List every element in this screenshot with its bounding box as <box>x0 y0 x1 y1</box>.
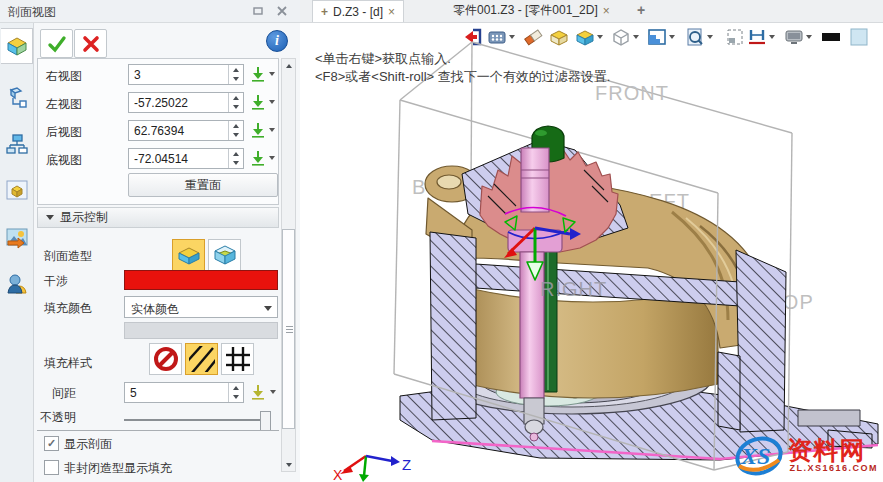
scroll-up-button[interactable] <box>282 59 295 72</box>
fill-color-dropdown[interactable]: 实体颜色 <box>124 296 278 318</box>
section-view-tab-icon[interactable] <box>1 28 33 64</box>
pick-options-caret[interactable] <box>270 390 276 394</box>
scroll-down-button[interactable] <box>282 458 295 471</box>
tab-close-icon[interactable]: × <box>388 5 395 19</box>
scrollbar-grip <box>286 326 293 334</box>
opacity-label: 不透明 <box>40 409 76 426</box>
watermark-site-name: 资料网 <box>787 438 865 463</box>
pick-options-caret[interactable] <box>269 100 275 104</box>
spacing-input-wrap <box>124 382 244 403</box>
pick-point-icon[interactable] <box>250 94 266 110</box>
tab-part-document[interactable]: 零件001.Z3 - [零件001_2D] × <box>445 0 618 21</box>
pick-point-icon[interactable] <box>250 122 266 138</box>
section-planes-group: 右视图 左视图 后视图 <box>37 58 279 205</box>
watermark: XS 资料网 ZL.XS1616.COM <box>733 432 880 478</box>
tab-pin-icon: + <box>321 5 328 19</box>
pick-value-icon[interactable] <box>250 384 266 400</box>
section-shape-label: 剖面造型 <box>44 248 92 265</box>
back-view-input-wrap <box>128 120 244 141</box>
pick-options-caret[interactable] <box>269 72 275 76</box>
tab-label: 零件001.Z3 - [零件001_2D] <box>453 2 598 19</box>
back-view-input[interactable] <box>129 121 232 140</box>
left-icon-strip <box>0 23 34 482</box>
interference-color-bar[interactable] <box>124 270 278 290</box>
interference-label: 干涉 <box>44 273 68 290</box>
right-view-spinner[interactable] <box>228 65 243 84</box>
field-label-left-view: 左视图 <box>46 96 82 113</box>
panel-scrollbar[interactable] <box>281 58 296 472</box>
tab-active-document[interactable]: + D.Z3 - [d] × <box>312 0 404 22</box>
spacing-spinner[interactable] <box>228 383 243 402</box>
tab-close-icon[interactable]: × <box>603 4 610 18</box>
back-view-spinner[interactable] <box>228 121 243 140</box>
opacity-slider-handle[interactable] <box>260 411 271 431</box>
assembly-tree-icon[interactable] <box>4 131 30 157</box>
show-section-checkbox[interactable]: ✓ <box>44 436 59 451</box>
fill-color-value: 实体颜色 <box>131 301 179 318</box>
fill-style-hatch-button[interactable] <box>185 343 218 375</box>
right-view-input-wrap <box>128 64 244 85</box>
svg-text:Z: Z <box>402 456 411 473</box>
fill-style-grid-button[interactable] <box>221 343 254 375</box>
panel-title: 剖面视图 <box>8 4 56 21</box>
panel-minimize-button[interactable] <box>250 4 266 18</box>
prompt-line-1: <单击右键>获取点输入. <box>315 50 451 68</box>
viewport-3d[interactable]: FRONT LEFT TOP BOTTOM <box>300 22 883 482</box>
separator <box>37 430 279 431</box>
section-view-panel: i 右视图 左视图 后视 <box>34 23 300 482</box>
svg-text:XS: XS <box>740 443 770 469</box>
watermark-logo-icon: XS <box>733 432 785 478</box>
opacity-slider-track[interactable] <box>124 419 270 421</box>
user-profile-icon[interactable] <box>4 271 30 297</box>
view-manager-icon[interactable] <box>4 177 30 203</box>
left-view-spinner[interactable] <box>228 93 243 112</box>
svg-text:RIGHT: RIGHT <box>540 278 607 300</box>
info-button[interactable]: i <box>266 30 288 52</box>
bottom-view-spinner[interactable] <box>228 149 243 168</box>
field-label-bottom-view: 底视图 <box>46 152 82 169</box>
pick-options-caret[interactable] <box>269 128 275 132</box>
scrollbar-thumb[interactable] <box>282 229 295 429</box>
pick-options-caret[interactable] <box>269 156 275 160</box>
pick-point-icon[interactable] <box>250 150 266 166</box>
custom-color-bar-disabled <box>124 322 278 339</box>
field-label-right-view: 右视图 <box>46 68 82 85</box>
section-shape-open-button[interactable] <box>208 239 241 271</box>
visualization-icon[interactable] <box>4 225 30 251</box>
field-label-back-view: 后视图 <box>46 124 82 141</box>
application-window: FRONT LEFT TOP BOTTOM <box>0 0 883 482</box>
bottom-view-input-wrap <box>128 148 244 169</box>
svg-text:X: X <box>333 467 343 482</box>
cancel-button[interactable] <box>74 29 107 58</box>
section-shape-solid-button[interactable] <box>172 239 205 271</box>
left-view-input-wrap <box>128 92 244 113</box>
open-shape-fill-label: 非封闭造型显示填充 <box>64 460 172 477</box>
right-view-input[interactable] <box>129 65 232 84</box>
new-tab-button[interactable]: + <box>637 2 645 18</box>
left-view-input[interactable] <box>129 93 232 112</box>
fill-color-label: 填充颜色 <box>44 300 92 317</box>
tab-label: D.Z3 - [d] <box>333 5 383 19</box>
reset-plane-button[interactable]: 重置面 <box>128 173 278 197</box>
open-shape-fill-checkbox[interactable] <box>44 460 59 475</box>
fill-style-none-button[interactable] <box>149 343 182 375</box>
collapse-arrow-icon <box>46 215 54 220</box>
display-control-header[interactable]: 显示控制 <box>37 207 279 228</box>
ok-button[interactable] <box>40 29 73 58</box>
watermark-url: ZL.XS1616.COM <box>787 463 880 473</box>
bottom-view-input[interactable] <box>129 149 232 168</box>
prompt-line-2: <F8>或者<Shift-roll> 查找下一个有效的过滤器设置. <box>315 68 610 86</box>
panel-titlebar: 剖面视图 <box>0 0 301 23</box>
display-control-title: 显示控制 <box>60 209 108 226</box>
fill-style-label: 填充样式 <box>44 355 92 372</box>
axis-triad: X Z <box>333 456 411 482</box>
spacing-input[interactable] <box>125 383 232 402</box>
dropdown-caret-icon <box>264 306 272 311</box>
panel-close-button[interactable] <box>274 4 290 18</box>
document-tabbar: + D.Z3 - [d] × 零件001.Z3 - [零件001_2D] × + <box>300 0 883 23</box>
pick-point-icon[interactable] <box>250 66 266 82</box>
reference-geometry-icon[interactable] <box>4 85 30 111</box>
show-section-label: 显示剖面 <box>64 436 112 453</box>
